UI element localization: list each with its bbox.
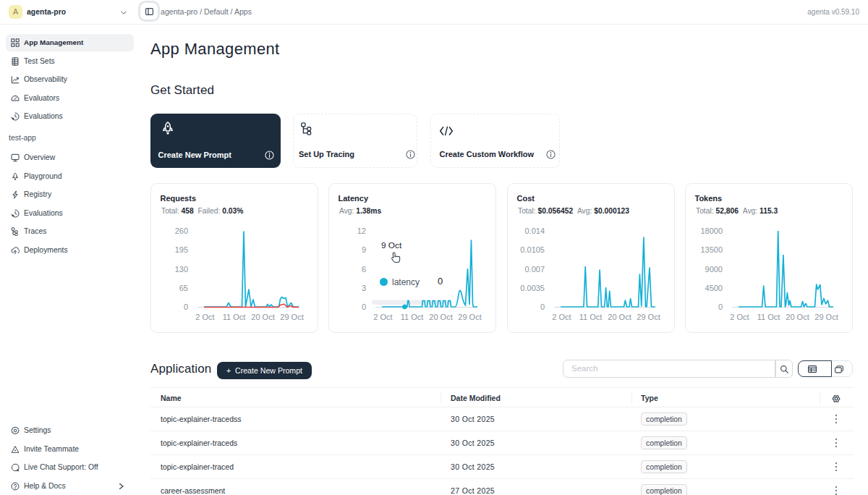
svg-text:2 Oct: 2 Oct [373, 313, 392, 321]
svg-text:20 Oct: 20 Oct [429, 313, 452, 321]
svg-text:0: 0 [184, 302, 188, 311]
svg-text:130: 130 [175, 265, 188, 274]
svg-text:11 Oct: 11 Oct [401, 313, 424, 321]
svg-text:18000: 18000 [700, 227, 723, 235]
svg-text:29 Oct: 29 Oct [637, 313, 660, 321]
svg-text:0: 0 [718, 302, 723, 311]
svg-text:6: 6 [362, 265, 366, 274]
svg-text:0: 0 [540, 302, 545, 311]
svg-text:29 Oct: 29 Oct [280, 313, 303, 321]
svg-text:13500: 13500 [700, 245, 723, 254]
svg-text:0: 0 [362, 302, 366, 311]
svg-text:20 Oct: 20 Oct [608, 313, 631, 321]
svg-text:2 Oct: 2 Oct [195, 313, 214, 321]
svg-text:3: 3 [362, 284, 366, 292]
svg-text:11 Oct: 11 Oct [757, 313, 780, 321]
svg-text:9: 9 [362, 245, 366, 254]
svg-text:0.0105: 0.0105 [520, 245, 545, 254]
svg-text:0.014: 0.014 [524, 227, 545, 235]
svg-text:20 Oct: 20 Oct [786, 313, 809, 321]
svg-text:0.0035: 0.0035 [520, 284, 545, 292]
svg-text:11 Oct: 11 Oct [579, 313, 603, 321]
svg-text:65: 65 [179, 284, 188, 292]
svg-text:29 Oct: 29 Oct [458, 313, 481, 321]
svg-text:12: 12 [357, 227, 366, 235]
svg-text:2 Oct: 2 Oct [730, 313, 749, 321]
svg-text:9000: 9000 [705, 265, 723, 274]
svg-text:260: 260 [175, 227, 188, 235]
svg-text:4500: 4500 [705, 284, 723, 292]
svg-text:0.007: 0.007 [524, 265, 545, 274]
svg-text:29 Oct: 29 Oct [814, 313, 838, 321]
svg-text:2 Oct: 2 Oct [552, 313, 571, 321]
svg-text:11 Oct: 11 Oct [223, 313, 246, 321]
svg-text:195: 195 [175, 245, 188, 254]
svg-text:20 Oct: 20 Oct [251, 313, 274, 321]
